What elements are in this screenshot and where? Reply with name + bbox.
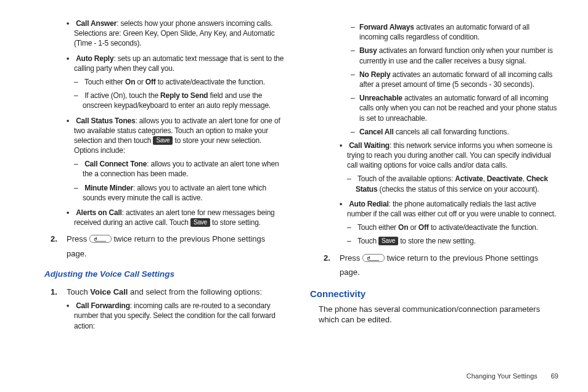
auto-reply-sublist: Touch either On or Off to activate/deact… — [74, 77, 285, 111]
text: No Reply — [359, 70, 390, 79]
text: Reply to Send — [160, 91, 208, 100]
list-item: Cancel All cancels all call forwarding f… — [351, 127, 558, 137]
list-item: Touch of the available options: Activate… — [347, 174, 558, 194]
text: On — [125, 78, 135, 86]
footer-title: Changing Your Settings — [467, 372, 537, 381]
term-label: Call Forwarding — [76, 301, 130, 310]
text: Deactivate — [487, 174, 523, 183]
term-desc: to store setting. — [212, 218, 261, 227]
step-number: 2. — [51, 234, 67, 245]
section-desc: The phone has several communication/conn… — [319, 304, 558, 325]
step-trail: page. — [67, 248, 285, 259]
text: Touch either — [357, 223, 398, 232]
text: Off — [145, 78, 156, 86]
text: Touch either — [84, 78, 125, 86]
term-label: Call Status Tones — [76, 116, 135, 125]
text: Touch — [67, 287, 90, 296]
text: Voice Call — [90, 287, 128, 296]
term-label: Auto Reply — [76, 54, 113, 63]
text: to store the new setting. — [400, 237, 475, 245]
text: twice return to the previous Phone setti… — [386, 253, 538, 263]
step-trail: page. — [340, 267, 558, 278]
page-number: 69 — [551, 372, 558, 381]
bullet-auto-redial: Auto Redial: the phone automatically red… — [340, 199, 558, 247]
text: Touch of the available options: — [357, 174, 455, 183]
list-item: Unreachable activates an automatic forwa… — [351, 93, 558, 123]
text: Cancel All — [359, 128, 394, 136]
left-column: Call Answer: selects how your phone answ… — [37, 18, 285, 336]
list-item: Call Connect Tone: allows you to activat… — [74, 159, 285, 179]
text: to activate/deactivate the function. — [429, 223, 538, 232]
list-item: If active (On), touch the Reply to Send … — [74, 91, 285, 110]
term-label: Alerts on Call — [76, 208, 122, 217]
text: (checks the status of this service on yo… — [377, 185, 539, 194]
step-body: Touch Voice Call and select from the fol… — [67, 287, 285, 298]
text: If active (On), touch the — [84, 91, 160, 100]
list-item: Touch either On or Off to activate/deact… — [74, 77, 285, 87]
call-fwd-bullet: Call Forwarding: incoming calls are re-r… — [67, 301, 285, 331]
step-body: Press twice return to the previous Phone… — [67, 234, 285, 245]
text: Forward Always — [359, 23, 414, 31]
text: activates an forward function only when … — [359, 46, 553, 65]
autoredial-sublist: Touch either On or Off to activate/deact… — [347, 223, 558, 246]
subheading-adjust-voice: Adjusting the Voice Call Settings — [44, 269, 285, 280]
bullet-call-forwarding: Call Forwarding: incoming calls are re-r… — [67, 301, 285, 331]
list-item: Busy activates an forward function only … — [351, 46, 558, 65]
text: Touch — [357, 237, 378, 245]
list-item: Forward Always activates an automatic fo… — [351, 22, 558, 42]
page-container: Call Answer: selects how your phone answ… — [0, 0, 588, 351]
text: and select from the following options: — [128, 287, 263, 296]
save-button-icon: Save — [378, 237, 398, 245]
step-2-right: 2. Press twice return to the previous Ph… — [324, 253, 558, 264]
text: Press — [340, 253, 362, 263]
text: or — [408, 223, 419, 232]
step-number: 2. — [324, 253, 340, 264]
step-number: 1. — [51, 287, 67, 298]
list-item: No Reply activates an automatic forward … — [351, 70, 558, 89]
text: Call Connect Tone — [84, 160, 147, 168]
bullet-call-waiting: Call Waiting: this network service infor… — [340, 141, 558, 194]
text: Press — [67, 234, 89, 243]
text: Unreachable — [359, 94, 402, 102]
step-1-left: 1. Touch Voice Call and select from the … — [51, 287, 285, 298]
right-bullet-list: Call Waiting: this network service infor… — [340, 141, 558, 247]
bullet-alerts-on-call: Alerts on Call: activates an alert tone … — [67, 208, 285, 227]
text: On — [398, 223, 408, 232]
term-label: Call Answer — [76, 19, 116, 28]
right-column: Forward Always activates an automatic fo… — [310, 18, 558, 336]
step-body: Press twice return to the previous Phone… — [340, 253, 558, 264]
list-item: Touch either On or Off to activate/deact… — [347, 223, 558, 232]
text: Activate — [455, 174, 483, 183]
text: to activate/deactivate the function. — [156, 78, 265, 86]
page-footer: Changing Your Settings 69 — [467, 372, 558, 381]
step-2-left: 2. Press twice return to the previous Ph… — [51, 234, 285, 245]
section-heading-connectivity: Connectivity — [310, 288, 558, 300]
left-bullet-list: Call Answer: selects how your phone answ… — [67, 18, 285, 227]
text: Busy — [359, 46, 377, 55]
bullet-call-status-tones: Call Status Tones: allows you to activat… — [67, 116, 285, 203]
back-key-icon — [362, 254, 385, 262]
text: Off — [419, 223, 429, 232]
text: or — [135, 78, 145, 86]
save-button-icon: Save — [153, 136, 173, 145]
term-label: Call Waiting — [349, 141, 390, 150]
list-item: Minute Minder: allows you to activate an… — [74, 183, 285, 203]
term-label: Auto Redial — [349, 200, 388, 208]
fwd-sublist: Forward Always activates an automatic fo… — [351, 22, 558, 137]
callwait-sublist: Touch of the available options: Activate… — [347, 174, 558, 194]
list-item: Touch Save to store the new setting. — [347, 236, 558, 246]
bullet-auto-reply: Auto Reply: sets up an automatic text me… — [67, 54, 285, 111]
status-tones-sublist: Call Connect Tone: allows you to activat… — [74, 159, 285, 203]
back-key-icon — [89, 235, 112, 243]
bullet-call-answer: Call Answer: selects how your phone answ… — [67, 18, 285, 49]
save-button-icon: Save — [190, 218, 210, 227]
text: Minute Minder — [84, 184, 133, 192]
text: twice return to the previous Phone setti… — [113, 234, 265, 243]
text: cancels all call forwarding functions. — [394, 128, 509, 136]
